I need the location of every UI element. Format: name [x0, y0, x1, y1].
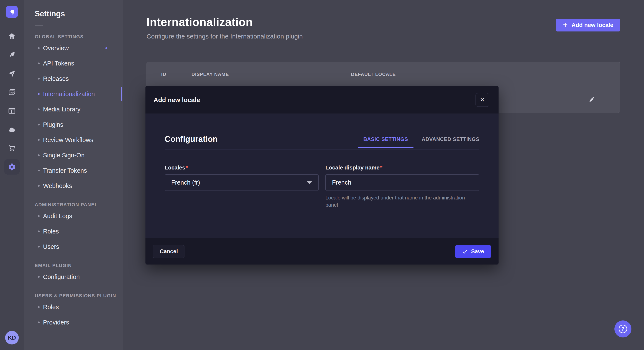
- close-icon: ✕: [480, 96, 485, 103]
- locales-select[interactable]: French (fr): [164, 174, 318, 191]
- display-name-label: Locale display name*: [326, 164, 480, 171]
- sidebar-section-label: EMAIL PLUGIN: [24, 263, 122, 268]
- close-modal-button[interactable]: ✕: [476, 93, 489, 107]
- tab-advanced-settings[interactable]: ADVANCED SETTINGS: [422, 136, 480, 142]
- bullet-icon: [38, 246, 40, 247]
- sidebar-section: GLOBAL SETTINGSOverviewAPI TokensRelease…: [24, 34, 122, 193]
- add-locale-modal: Add new locale ✕ Configuration BASIC SET…: [146, 86, 498, 265]
- sidebar-item-label: Plugins: [43, 121, 63, 128]
- column-header-display-name: DISPLAY NAME: [192, 72, 351, 77]
- sidebar-item-label: Roles: [43, 228, 59, 235]
- locale-form: Locales* French (fr) Locale display name…: [164, 164, 480, 208]
- save-button[interactable]: Save: [455, 245, 491, 258]
- sidebar-item-label: Review Workflows: [43, 137, 93, 144]
- sidebar-item-label: Releases: [43, 75, 69, 82]
- sidebar-item-transfer-tokens[interactable]: Transfer Tokens: [24, 163, 122, 178]
- sidebar-item-label: Roles: [43, 304, 59, 311]
- sidebar-item-users[interactable]: Users: [24, 239, 122, 254]
- sidebar-section: USERS & PERMISSIONS PLUGINRolesProviders: [24, 293, 122, 330]
- sidebar-item-label: Internationalization: [43, 91, 95, 98]
- sidebar-item-configuration[interactable]: Configuration: [24, 269, 122, 285]
- sidebar-item-label: Configuration: [43, 273, 80, 280]
- required-asterisk: *: [186, 164, 188, 171]
- app-root: KD Settings GLOBAL SETTINGSOverviewAPI T…: [0, 0, 644, 350]
- main-nav-rail: KD: [0, 0, 24, 350]
- sidebar-section-label: GLOBAL SETTINGS: [24, 34, 122, 39]
- bullet-icon: [38, 322, 40, 323]
- sidebar-item-label: Media Library: [43, 106, 80, 113]
- sidebar-item-single-sign-on[interactable]: Single Sign-On: [24, 148, 122, 163]
- required-asterisk: *: [380, 164, 382, 171]
- notification-dot: [106, 47, 107, 49]
- sidebar-item-internationalization[interactable]: Internationalization: [24, 86, 122, 102]
- sidebar-item-label: Overview: [43, 45, 69, 52]
- locales-field-group: Locales* French (fr): [164, 164, 318, 208]
- modal-header: Add new locale ✕: [146, 86, 498, 114]
- sidebar-item-media-library[interactable]: Media Library: [24, 102, 122, 117]
- layout-icon[interactable]: [7, 106, 16, 116]
- modal-footer: Cancel Save: [146, 238, 498, 265]
- sidebar-item-label: Providers: [43, 319, 69, 326]
- feather-icon[interactable]: [7, 50, 16, 59]
- sidebar-item-webhooks[interactable]: Webhooks: [24, 178, 122, 193]
- sidebar-item-api-tokens[interactable]: API Tokens: [24, 56, 122, 71]
- sidebar-title: Settings: [24, 9, 122, 18]
- cart-icon[interactable]: [7, 144, 16, 153]
- sidebar-item-review-workflows[interactable]: Review Workflows: [24, 132, 122, 148]
- sidebar-section: ADMINISTRATION PANELAudit LogsRolesUsers: [24, 202, 122, 254]
- add-new-locale-button[interactable]: + Add new locale: [556, 19, 620, 31]
- sidebar-item-label: Audit Logs: [43, 213, 72, 220]
- strapi-logo-glyph: [8, 8, 16, 15]
- sidebar-item-label: Webhooks: [43, 182, 72, 189]
- page-title: Internationalization: [146, 15, 303, 28]
- gear-icon[interactable]: [4, 159, 20, 175]
- cancel-button[interactable]: Cancel: [153, 245, 184, 258]
- sidebar-item-audit-logs[interactable]: Audit Logs: [24, 208, 122, 224]
- display-name-helper-text: Locale will be displayed under that name…: [326, 194, 474, 208]
- sidebar-item-label: Users: [43, 243, 59, 250]
- settings-sidebar: Settings GLOBAL SETTINGSOverviewAPI Toke…: [24, 0, 122, 350]
- sidebar-section-label: ADMINISTRATION PANEL: [24, 202, 122, 207]
- page-header: Internationalization Configure the setti…: [146, 15, 303, 40]
- bullet-icon: [38, 230, 40, 232]
- sidebar-item-releases[interactable]: Releases: [24, 71, 122, 86]
- bullet-icon: [38, 78, 40, 80]
- plus-icon: +: [563, 21, 568, 29]
- help-button[interactable]: ?: [614, 321, 632, 338]
- sidebar-section-label: USERS & PERMISSIONS PLUGIN: [24, 293, 122, 299]
- sidebar-item-label: Single Sign-On: [43, 152, 84, 159]
- sidebar-item-plugins[interactable]: Plugins: [24, 117, 122, 132]
- display-name-input[interactable]: [326, 174, 480, 191]
- send-icon[interactable]: [7, 69, 16, 78]
- table-header-row: IDDISPLAY NAMEDEFAULT LOCALE: [147, 62, 620, 87]
- user-avatar[interactable]: KD: [5, 331, 19, 345]
- chevron-down-icon: [307, 181, 312, 184]
- sidebar-item-label: Transfer Tokens: [43, 167, 87, 174]
- bullet-icon: [38, 93, 40, 95]
- sidebar-item-providers[interactable]: Providers: [24, 315, 122, 330]
- locales-select-value: French (fr): [171, 179, 200, 186]
- add-new-locale-label: Add new locale: [572, 22, 613, 28]
- display-name-field-group: Locale display name* Locale will be disp…: [326, 164, 480, 208]
- settings-tabs: BASIC SETTINGSADVANCED SETTINGS: [363, 136, 480, 142]
- images-icon[interactable]: [7, 88, 16, 97]
- home-icon[interactable]: [7, 31, 16, 41]
- sidebar-item-roles[interactable]: Roles: [24, 224, 122, 239]
- bullet-icon: [38, 47, 40, 49]
- save-label: Save: [471, 248, 484, 255]
- sidebar-item-label: API Tokens: [43, 60, 74, 67]
- sidebar-item-overview[interactable]: Overview: [24, 40, 122, 56]
- tab-basic-settings[interactable]: BASIC SETTINGS: [363, 136, 408, 142]
- bullet-icon: [38, 139, 40, 141]
- cloud-icon[interactable]: [7, 125, 16, 134]
- bullet-icon: [38, 185, 40, 187]
- strapi-logo[interactable]: [6, 6, 18, 18]
- question-mark-icon: ?: [619, 325, 627, 333]
- modal-body: Configuration BASIC SETTINGSADVANCED SET…: [146, 114, 498, 238]
- sidebar-section: EMAIL PLUGINConfiguration: [24, 263, 122, 285]
- edit-locale-button[interactable]: [587, 95, 596, 105]
- sidebar-item-roles[interactable]: Roles: [24, 299, 122, 315]
- rail-divider: [0, 24, 24, 24]
- bullet-icon: [38, 154, 40, 156]
- modal-title: Add new locale: [154, 96, 200, 104]
